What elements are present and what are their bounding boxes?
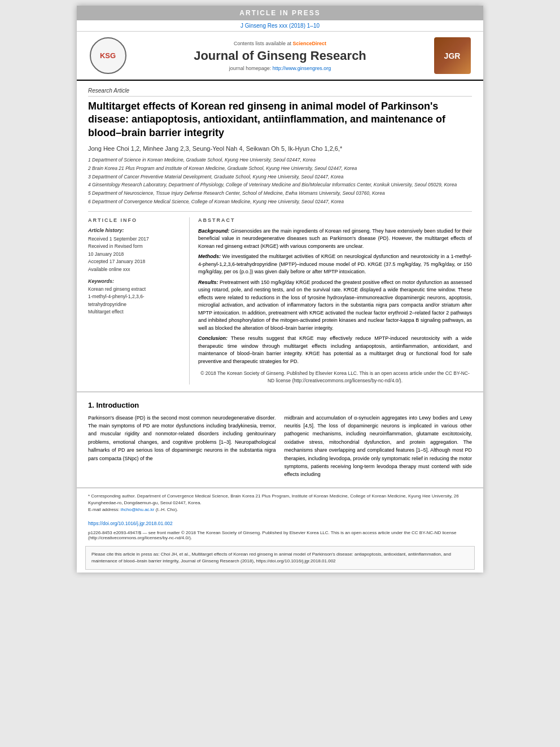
copyright-text: © 2018 The Korean Society of Ginseng. Pu… [198,370,472,385]
article-title: Multitarget effects of Korean red ginsen… [88,100,472,139]
citation-text: J Ginseng Res xxx (2018) 1–10 [240,23,320,29]
ksg-label: KSG [100,51,116,60]
introduction-title: 1. Introduction [88,401,472,409]
abstract-column: ABSTRACT Background: Ginsenosides are th… [198,217,472,385]
history-label: Article history: [88,228,182,233]
doi-section: https://doi.org/10.1016/j.jgr.2018.01.00… [77,518,483,529]
results-text: Pretreatment with 150 mg/kg/day KRGE pro… [198,279,472,331]
homepage-link[interactable]: http://www.ginsengres.org [273,65,331,71]
available-online: Available online xxx [88,267,130,272]
introduction-section: 1. Introduction Parkinson's disease (PD)… [77,391,483,487]
methods-text: We investigated the multitarget activiti… [198,254,472,274]
article-info-header: ARTICLE INFO [88,217,182,223]
sciencedirect-prefix: Contents lists available at [234,41,293,46]
keywords-label: Keywords: [88,278,182,284]
affiliation-4: 4 Ginsentology Research Laboratory, Depa… [88,181,472,189]
affiliation-5: 5 Department of Neuroscience, Tissue Inj… [88,190,472,197]
keywords-text: Korean red ginseng extract 1-methyl-4-ph… [88,286,182,316]
article-info-abstract-section: ARTICLE INFO Article history: Received 1… [88,211,472,385]
ksg-logo: KSG [90,37,126,74]
keyword-1: Korean red ginseng extract [88,286,146,292]
journal-main-title: Journal of Ginseng Research [130,49,430,63]
homepage-prefix: journal homepage: [229,65,273,71]
journal-homepage: journal homepage: http://www.ginsengres.… [130,65,430,71]
journal-citation: J Ginseng Res xxx (2018) 1–10 [77,20,483,32]
intro-right-text: midbrain and accumulation of α-synuclein… [285,414,473,479]
received-revised-label: Received in Revised form [88,243,143,249]
issn-line: p1226-8453 e2093-4947/$ — see front matt… [77,529,483,543]
article-content: Research Article Multitarget effects of … [77,81,483,391]
affiliation-1: 1 Department of Science in Korean Medici… [88,156,472,164]
journal-title-center: Contents lists available at ScienceDirec… [130,41,430,71]
abstract-header: ABSTRACT [198,217,472,223]
intro-left-text: Parkinson's disease (PD) is the second m… [88,414,276,479]
results-label: Results: [198,279,218,285]
sciencedirect-link[interactable]: ScienceDirect [293,41,327,46]
email-line: E-mail address: ihcho@khu.ac.kr (I.-H. C… [88,506,472,513]
abstract-text: Background: Ginsenosides are the main in… [198,228,472,385]
article-type-label: Research Article [88,88,472,97]
revised-date: 10 January 2018 [88,251,124,257]
affiliation-3: 3 Department of Cancer Preventive Materi… [88,173,472,181]
conclusion-text: These results suggest that KRGE may effe… [198,335,472,364]
conclusion-label: Conclusion: [198,335,228,341]
article-in-press-banner: ARTICLE IN PRESS [77,6,483,20]
background-label: Background: [198,228,230,234]
background-text: Ginsenosides are the main ingredients of… [198,228,472,249]
sciencedirect-line: Contents lists available at ScienceDirec… [130,41,430,46]
authors-line: Jong Hee Choi 1,2, Minhee Jang 2,3, Seun… [88,145,472,152]
keyword-2: 1-methyl-4-phenyl-1,2,3,6-tetrahydropyri… [88,294,145,307]
jgr-logo: JGR [434,37,471,74]
jgr-label: JGR [444,51,461,60]
accepted-date: Accepted 17 January 2018 [88,259,145,264]
affiliation-6: 6 Department of Convergence Medical Scie… [88,198,472,206]
affiliations: 1 Department of Science in Korean Medici… [88,156,472,206]
email-link[interactable]: ihcho@khu.ac.kr [121,507,155,512]
methods-label: Methods: [198,254,221,259]
logo-left: KSG [85,37,130,74]
banner-text: ARTICLE IN PRESS [239,9,320,17]
received-date: Received 1 September 2017 [88,236,149,242]
footnote-section: * Corresponding author. Department of Co… [77,488,483,518]
doi-link[interactable]: https://doi.org/10.1016/j.jgr.2018.01.00… [88,521,173,526]
journal-header: KSG Contents lists available at ScienceD… [77,32,483,81]
corresponding-author: * Corresponding author. Department of Co… [88,493,472,506]
affiliation-2: 2 Brain Korea 21 Plus Program and Instit… [88,165,472,172]
keyword-3: Multitarget effect [88,309,124,314]
article-history: Received 1 September 2017 Received in Re… [88,235,182,274]
intro-two-col: Parkinson's disease (PD) is the second m… [88,414,472,479]
article-info-column: ARTICLE INFO Article history: Received 1… [88,217,190,385]
cite-box: Please cite this article in press as: Ch… [85,546,475,570]
logo-right: JGR [430,37,475,74]
